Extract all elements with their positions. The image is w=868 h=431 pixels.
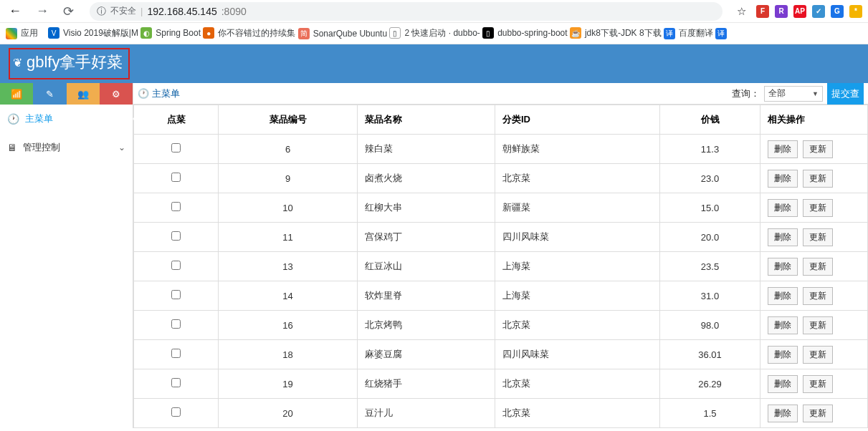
update-button[interactable]: 更新 xyxy=(803,258,833,276)
search-group: 查询： 全部 ▼ 提交查 xyxy=(732,83,864,105)
cell-price: 20.0 xyxy=(660,223,760,252)
pencil-icon: ✎ xyxy=(46,89,54,100)
row-checkbox[interactable] xyxy=(171,261,181,270)
cell-id: 18 xyxy=(219,340,358,369)
cell-price: 31.0 xyxy=(660,281,760,311)
delete-button[interactable]: 删除 xyxy=(768,228,798,246)
cell-category: 北京菜 xyxy=(495,311,660,340)
brand-highlight: ❦ gblfy拿手好菜 xyxy=(9,48,130,79)
extension-icon[interactable]: AP xyxy=(793,5,806,18)
cell-name: 红烧猪手 xyxy=(358,369,495,399)
update-button[interactable]: 更新 xyxy=(803,170,833,188)
update-button[interactable]: 更新 xyxy=(803,316,833,334)
extension-icon[interactable]: ✓ xyxy=(812,5,825,18)
cell-category: 四川风味菜 xyxy=(495,340,660,369)
update-button[interactable]: 更新 xyxy=(803,228,833,246)
extension-icon[interactable]: * xyxy=(849,5,862,18)
url-port: :8090 xyxy=(221,6,247,17)
delete-button[interactable]: 删除 xyxy=(768,375,798,393)
breadcrumb-row: 🕐 主菜单 查询： 全部 ▼ 提交查 xyxy=(133,83,868,105)
cell-id: 16 xyxy=(219,311,358,340)
insecure-label: 不安全 xyxy=(110,5,136,17)
reload-button[interactable]: ⟳ xyxy=(60,2,77,21)
table-header-row: 点菜 菜品编号 菜品名称 分类ID 价钱 相关操作 xyxy=(134,105,868,135)
update-button[interactable]: 更新 xyxy=(803,199,833,217)
row-checkbox[interactable] xyxy=(171,231,181,241)
row-checkbox[interactable] xyxy=(171,349,181,358)
cell-id: 19 xyxy=(219,369,358,399)
col-price: 价钱 xyxy=(660,105,760,135)
delete-button[interactable]: 删除 xyxy=(768,405,798,422)
bookmark-item[interactable]: ▯dubbo-spring-boot xyxy=(482,27,567,39)
quick-btn-settings[interactable]: ⚙ xyxy=(100,83,133,105)
row-checkbox[interactable] xyxy=(171,319,181,329)
table-row: 19 红烧猪手 北京菜 26.29 删除 更新 xyxy=(134,369,868,399)
col-ops: 相关操作 xyxy=(760,105,868,135)
apps-button[interactable]: 应用 xyxy=(6,27,38,39)
bookmark-label: 你不容错过的持续集 xyxy=(218,27,295,39)
cell-category: 四川风味菜 xyxy=(495,223,660,252)
cell-category: 新疆菜 xyxy=(495,193,660,223)
cell-price: 23.0 xyxy=(660,164,760,193)
sidebar-item-mgmt[interactable]: 🖥 管理控制 ⌄ xyxy=(0,133,133,162)
bookmark-item[interactable]: ☕jdk8下载-JDK 8下载 xyxy=(570,27,662,39)
cell-category: 上海菜 xyxy=(495,252,660,281)
table-row: 10 红柳大串 新疆菜 15.0 删除 更新 xyxy=(134,193,868,223)
quick-btn-edit[interactable]: ✎ xyxy=(33,83,66,105)
info-icon[interactable]: ⓘ xyxy=(97,5,106,18)
delete-button[interactable]: 删除 xyxy=(768,170,798,188)
row-checkbox[interactable] xyxy=(171,202,181,211)
forward-button[interactable]: → xyxy=(33,2,52,20)
extension-icon[interactable]: G xyxy=(831,5,844,18)
update-button[interactable]: 更新 xyxy=(803,375,833,393)
cell-ops: 删除 更新 xyxy=(760,311,868,340)
row-checkbox[interactable] xyxy=(171,143,181,152)
back-button[interactable]: ← xyxy=(6,2,24,20)
bookmark-item[interactable]: 简SonarQube Ubuntu xyxy=(298,28,387,39)
update-button[interactable]: 更新 xyxy=(803,346,833,364)
breadcrumb-link[interactable]: 主菜单 xyxy=(152,87,180,100)
bookmark-item[interactable]: 译 xyxy=(715,28,730,39)
update-button[interactable]: 更新 xyxy=(803,405,833,422)
cell-ops: 删除 更新 xyxy=(760,281,868,311)
delete-button[interactable]: 删除 xyxy=(768,199,798,217)
sidebar-item-main-menu[interactable]: 🕐 主菜单 xyxy=(0,105,133,133)
cell-price: 1.5 xyxy=(660,399,760,428)
bookmark-label: 2 快速启动 · dubbo- xyxy=(404,27,480,39)
bookmark-item[interactable]: ▯2 快速启动 · dubbo- xyxy=(389,27,480,39)
cell-price: 98.0 xyxy=(660,311,760,340)
quick-btn-users[interactable]: 👥 xyxy=(67,83,100,105)
bookmark-item[interactable]: ●你不容错过的持续集 xyxy=(203,27,295,39)
favicon: 简 xyxy=(298,28,310,39)
favicon: V xyxy=(48,27,59,39)
row-checkbox[interactable] xyxy=(171,407,181,417)
bookmark-item[interactable]: VVisio 2019破解版|M xyxy=(48,27,138,39)
row-checkbox[interactable] xyxy=(171,290,181,299)
quick-btn-chart[interactable]: 📶 xyxy=(0,83,33,105)
sidebar-item-label: 管理控制 xyxy=(23,141,60,154)
update-button[interactable]: 更新 xyxy=(803,140,833,158)
bookmark-star-icon[interactable]: ☆ xyxy=(735,5,748,18)
extension-icon[interactable]: R xyxy=(775,5,788,18)
bar-chart-icon: 📶 xyxy=(11,89,22,100)
bookmark-item[interactable]: 译百度翻译 xyxy=(664,27,713,39)
submit-button[interactable]: 提交查 xyxy=(827,83,864,105)
cell-category: 上海菜 xyxy=(495,281,660,311)
row-checkbox[interactable] xyxy=(171,378,181,387)
filter-select[interactable]: 全部 ▼ xyxy=(764,86,823,102)
row-checkbox[interactable] xyxy=(171,173,181,182)
delete-button[interactable]: 删除 xyxy=(768,140,798,158)
cell-name: 麻婆豆腐 xyxy=(358,340,495,369)
address-bar[interactable]: ⓘ 不安全 | 192.168.45.145:8090 xyxy=(90,2,722,21)
main-area: 📶 ✎ 👥 ⚙ 🕐 主菜单 🖥 管理控制 ⌄ 🕐 主菜单 查询： 全部 ▼ xyxy=(0,83,868,428)
delete-button[interactable]: 删除 xyxy=(768,258,798,276)
delete-button[interactable]: 删除 xyxy=(768,287,798,305)
apps-icon xyxy=(6,28,17,39)
bookmark-item[interactable]: ◐Spring Boot xyxy=(140,27,201,39)
delete-button[interactable]: 删除 xyxy=(768,316,798,334)
cell-id: 13 xyxy=(219,252,358,281)
delete-button[interactable]: 删除 xyxy=(768,346,798,364)
update-button[interactable]: 更新 xyxy=(803,287,833,305)
cell-name: 软炸里脊 xyxy=(358,281,495,311)
extension-icon[interactable]: F xyxy=(756,5,769,18)
